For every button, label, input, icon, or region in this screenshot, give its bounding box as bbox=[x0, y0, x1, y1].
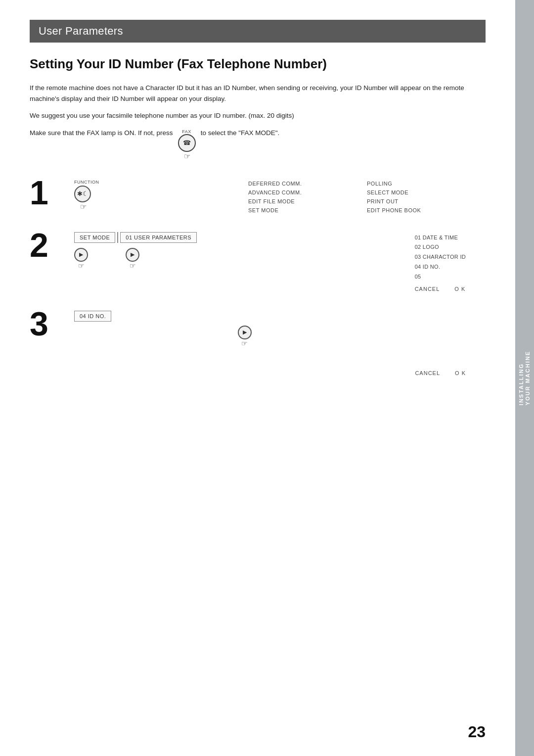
suggestion-text: We suggest you use your facsimile teleph… bbox=[30, 112, 486, 119]
step-3-wrapper: 3 04 ID NO. ▶ ☞ CANCEL O K bbox=[30, 307, 486, 376]
step2-button-icon1[interactable]: ▶ bbox=[74, 248, 88, 262]
fax-hand-cursor: ☞ bbox=[184, 152, 190, 161]
step-1-menu: DEFERRED COMM. POLLING ADVANCED COMM. SE… bbox=[248, 176, 486, 213]
step-1-wrapper: 1 FUNCTION ✱☾ ☞ DEFERRED COMM. POLLING A… bbox=[30, 176, 486, 213]
menu-item-select-mode: SELECT MODE bbox=[367, 189, 466, 195]
step-2-wrapper: 2 SET MODE 01 USER PARAMETERS ▶ ☞ ▶ ☞ bbox=[30, 228, 486, 292]
menu-item-edit-phone-book: EDIT PHONE BOOK bbox=[367, 207, 466, 213]
submenu-item-2: 02 LOGO bbox=[415, 242, 466, 252]
fax-label: FAX bbox=[182, 129, 191, 134]
sidebar-tab: INSTALLING YOUR MACHINE bbox=[515, 0, 534, 756]
step3-button-icon[interactable]: ▶ bbox=[238, 326, 252, 339]
step2-icon1: ▶ ☞ bbox=[74, 248, 88, 270]
fax-button-icon[interactable]: ☎ bbox=[178, 134, 196, 152]
submenu-list: 01 DATE & TIME 02 LOGO 03 CHARACTOR ID 0… bbox=[415, 233, 466, 282]
fax-button-area: FAX ☎ ☞ bbox=[178, 129, 196, 161]
fax-instruction-before: Make sure that the FAX lamp is ON. If no… bbox=[30, 129, 173, 137]
step1-hand-cursor: ☞ bbox=[80, 202, 87, 211]
menu-grid: DEFERRED COMM. POLLING ADVANCED COMM. SE… bbox=[248, 181, 466, 213]
step-2-number: 2 bbox=[30, 228, 74, 262]
step-1-number: 1 bbox=[30, 176, 74, 209]
step2-display-set-mode: SET MODE bbox=[74, 232, 115, 243]
step3-display-id-no: 04 ID NO. bbox=[74, 311, 111, 322]
header-bar: User Parameters bbox=[30, 20, 486, 43]
step-1-body: FUNCTION ✱☾ ☞ bbox=[74, 176, 248, 211]
step3-display-row: 04 ID NO. bbox=[74, 311, 415, 322]
step2-hand1: ☞ bbox=[78, 262, 85, 270]
submenu-item-5: 05 bbox=[415, 272, 466, 282]
fax-icon-symbol: ☎ bbox=[183, 139, 191, 146]
step2-hand2: ☞ bbox=[130, 262, 136, 270]
step2-icons: ▶ ☞ ▶ ☞ bbox=[74, 248, 415, 270]
header-title: User Parameters bbox=[39, 25, 123, 37]
page-number: 23 bbox=[468, 723, 486, 741]
menu-item-print-out: PRINT OUT bbox=[367, 198, 466, 204]
submenu-item-3: 03 CHARACTOR ID bbox=[415, 252, 466, 262]
step-2-submenu: 01 DATE & TIME 02 LOGO 03 CHARACTOR ID 0… bbox=[415, 228, 486, 292]
function-button-label: FUNCTION bbox=[74, 180, 99, 185]
step-3-number: 3 bbox=[30, 307, 74, 340]
step-2-body: SET MODE 01 USER PARAMETERS ▶ ☞ ▶ ☞ bbox=[74, 228, 415, 270]
display-separator bbox=[117, 232, 118, 243]
step2-cancel-ok-row: CANCEL O K bbox=[415, 286, 466, 292]
section-title: Setting Your ID Number (Fax Telephone Nu… bbox=[30, 56, 486, 72]
menu-item-edit-file-mode: EDIT FILE MODE bbox=[248, 198, 347, 204]
fax-instruction-after: to select the "FAX MODE". bbox=[201, 129, 280, 137]
step3-icon: ▶ ☞ bbox=[74, 326, 415, 347]
step-3-right: CANCEL O K bbox=[415, 366, 486, 376]
step2-ok-label[interactable]: O K bbox=[454, 286, 465, 292]
menu-item-deferred-comm: DEFERRED COMM. bbox=[248, 181, 347, 187]
function-button-icon[interactable]: ✱☾ bbox=[74, 186, 91, 202]
fax-instruction: Make sure that the FAX lamp is ON. If no… bbox=[30, 129, 486, 161]
menu-item-advanced-comm: ADVANCED COMM. bbox=[248, 189, 347, 195]
step2-icon2: ▶ ☞ bbox=[126, 248, 139, 270]
step-3-body: 04 ID NO. ▶ ☞ bbox=[74, 307, 415, 347]
step2-button-icon2[interactable]: ▶ bbox=[126, 248, 139, 262]
step2-display-row: SET MODE 01 USER PARAMETERS bbox=[74, 232, 415, 243]
step2-display-user-params: 01 USER PARAMETERS bbox=[120, 232, 197, 243]
function-icon-symbol: ✱☾ bbox=[77, 190, 89, 197]
submenu-item-4: 04 ID NO. bbox=[415, 262, 466, 272]
step2-cancel-label[interactable]: CANCEL bbox=[415, 286, 440, 292]
step3-ok-label[interactable]: O K bbox=[455, 370, 466, 376]
step3-cancel-ok-row: CANCEL O K bbox=[415, 370, 466, 376]
main-content: User Parameters Setting Your ID Number (… bbox=[0, 0, 515, 756]
submenu-item-1: 01 DATE & TIME bbox=[415, 233, 466, 243]
menu-item-set-mode: SET MODE bbox=[248, 207, 347, 213]
step3-cancel-label[interactable]: CANCEL bbox=[415, 370, 440, 376]
menu-item-polling: POLLING bbox=[367, 181, 466, 187]
body-paragraph: If the remote machine does not have a Ch… bbox=[30, 83, 475, 105]
sidebar-tab-text: INSTALLING YOUR MACHINE bbox=[518, 351, 531, 405]
function-button-area: FUNCTION ✱☾ ☞ bbox=[74, 180, 248, 211]
step3-hand: ☞ bbox=[241, 339, 248, 347]
